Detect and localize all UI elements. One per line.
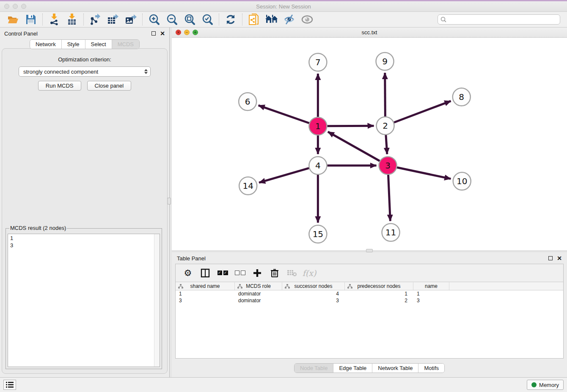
zoom-out-icon — [166, 14, 178, 25]
import-table-button[interactable] — [63, 13, 81, 26]
tab-edge-table[interactable]: Edge Table — [333, 364, 372, 373]
mcds-result-title: MCDS result (2 nodes) — [9, 225, 67, 231]
criterion-select[interactable]: strongly connected component — [19, 66, 151, 77]
clone-network-button[interactable] — [245, 13, 263, 26]
column-header-name[interactable]: name — [413, 282, 449, 290]
close-panel-button[interactable]: Close panel — [87, 81, 132, 91]
table-row[interactable]: 3 dominator 3 2 3 — [176, 297, 563, 304]
table-rows: 1 dominator 4 1 1 3 dominator 3 2 3 — [176, 290, 563, 304]
houses-button[interactable] — [263, 13, 281, 26]
open-session-button[interactable] — [4, 13, 22, 26]
graph-edge-1-6[interactable] — [259, 105, 309, 123]
table-settings-button[interactable]: ⚙ — [182, 268, 193, 279]
show-task-history-button[interactable] — [3, 380, 16, 390]
close-table-panel-icon[interactable]: ✕ — [557, 256, 562, 260]
close-network-icon[interactable]: × — [176, 30, 181, 35]
graph-node-label: 10 — [457, 176, 467, 186]
splitter-handle[interactable] — [366, 249, 373, 252]
tab-network-table[interactable]: Network Table — [372, 364, 418, 373]
result-scrollbar[interactable] — [154, 234, 160, 367]
control-panel: Control Panel ✕ Network Style Select MCD… — [0, 28, 169, 377]
zoom-selected-button[interactable] — [198, 13, 216, 26]
tab-node-table[interactable]: Node Table — [295, 364, 334, 373]
graph-edge-1-2[interactable] — [327, 126, 374, 126]
table-toolbar: ⚙ — [176, 264, 563, 282]
tab-network[interactable]: Network — [30, 40, 62, 49]
network-title: scc.txt — [362, 29, 377, 36]
zoom-out-button[interactable] — [163, 13, 181, 26]
zoom-fit-button[interactable] — [181, 13, 198, 26]
column-header-shared-name[interactable]: shared name — [176, 282, 235, 290]
graph-edge-2-8[interactable] — [394, 101, 451, 123]
float-panel-icon[interactable] — [151, 31, 156, 36]
refresh-button[interactable] — [222, 13, 239, 26]
graph-edge-3-10[interactable] — [397, 168, 451, 179]
graph-edge-2-3[interactable] — [386, 135, 387, 154]
unselect-all-button[interactable] — [234, 268, 245, 279]
close-window-icon[interactable] — [4, 4, 9, 9]
maximize-window-icon[interactable] — [21, 4, 26, 9]
status-bar: Memory — [0, 377, 567, 392]
run-mcds-button[interactable]: Run MCDS — [38, 81, 81, 91]
window-traffic-lights[interactable] — [4, 4, 26, 9]
open-folder-icon — [7, 14, 19, 25]
zoom-in-button[interactable] — [145, 13, 163, 26]
delete-column-button[interactable] — [269, 268, 280, 279]
export-image-button[interactable] — [122, 13, 140, 26]
graph-node-label: 7 — [315, 57, 321, 67]
table-row[interactable]: 1 dominator 4 1 1 — [176, 290, 563, 297]
export-network-icon — [89, 14, 101, 25]
maximize-network-icon[interactable]: + — [193, 30, 198, 35]
cell-name: 3 — [413, 297, 449, 304]
column-header-successor-nodes[interactable]: successor nodes — [282, 282, 345, 290]
split-panel-button[interactable] — [200, 268, 211, 279]
graph-edge-2-9[interactable] — [385, 73, 385, 116]
float-table-panel-icon[interactable] — [548, 256, 553, 260]
export-network-button[interactable] — [86, 13, 104, 26]
mcds-result-textarea[interactable]: 1 3 — [8, 234, 160, 367]
tab-style[interactable]: Style — [62, 40, 85, 49]
graph-node-label: 11 — [385, 227, 396, 237]
close-panel-icon[interactable]: ✕ — [160, 31, 165, 36]
network-canvas[interactable]: 7968124314101511 — [172, 38, 567, 251]
save-session-button[interactable] — [22, 13, 40, 26]
show-details-button[interactable] — [298, 13, 316, 26]
tab-mcds[interactable]: MCDS — [112, 40, 139, 49]
app-title: Session: New Session — [256, 3, 311, 10]
hide-details-button[interactable] — [281, 13, 298, 26]
search-input[interactable] — [448, 17, 557, 22]
trash-icon — [270, 268, 279, 278]
function-builder-button[interactable]: f(x) — [304, 268, 315, 279]
search-field[interactable] — [438, 14, 560, 25]
export-table-button[interactable] — [104, 13, 122, 26]
network-window-titlebar[interactable]: × − + scc.txt — [172, 28, 567, 38]
column-header-predecessor-nodes[interactable]: predecessor nodes — [345, 282, 413, 290]
unselect-all-icon — [235, 271, 245, 275]
graph-edge-3-11[interactable] — [388, 175, 391, 221]
table-panel: Table Panel ✕ ⚙ — [172, 253, 567, 377]
refresh-icon — [225, 14, 236, 25]
split-panel-icon — [201, 268, 210, 278]
memory-button[interactable]: Memory — [527, 380, 564, 390]
column-type-icon — [237, 284, 242, 289]
minimize-network-icon[interactable]: − — [184, 30, 190, 35]
horizontal-splitter[interactable] — [172, 251, 567, 253]
toolbar-separator — [83, 14, 84, 25]
column-header-mcds-role[interactable]: MCDS role — [235, 282, 282, 290]
table-panel-title: Table Panel — [177, 255, 206, 262]
tab-motifs[interactable]: Motifs — [418, 364, 444, 373]
fx-icon: f(x) — [303, 268, 317, 278]
export-table-icon — [107, 14, 119, 25]
import-network-button[interactable] — [45, 13, 63, 26]
splitter-handle[interactable] — [167, 198, 171, 204]
cell-shared-name: 3 — [176, 297, 235, 304]
delete-table-button[interactable] — [286, 268, 297, 279]
graph-edge-4-14[interactable] — [259, 168, 309, 182]
network-graph[interactable]: 7968124314101511 — [172, 38, 567, 251]
select-all-button[interactable] — [217, 268, 228, 279]
tab-select[interactable]: Select — [85, 40, 112, 49]
add-column-button[interactable] — [252, 268, 263, 279]
graph-edge-3-1[interactable] — [328, 132, 380, 161]
list-icon — [6, 382, 14, 388]
minimize-window-icon[interactable] — [13, 4, 18, 9]
